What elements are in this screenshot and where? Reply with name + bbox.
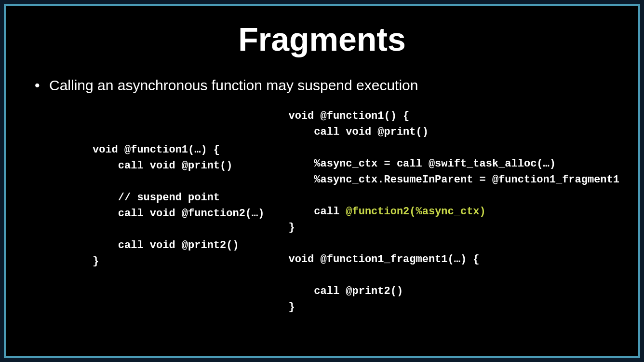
code-line: %async_ctx.ResumeInParent = @function1_f…: [288, 174, 619, 186]
slide-frame: Fragments Calling an asynchronous functi…: [4, 4, 640, 358]
code-line: void @function1(…) {: [93, 144, 220, 156]
code-line: call: [288, 206, 346, 218]
code-line: call void @print2(): [93, 239, 239, 251]
bullet-list: Calling an asynchronous function may sus…: [25, 77, 619, 94]
bullet-item: Calling an asynchronous function may sus…: [35, 77, 619, 94]
code-line: void @function1_fragment1(…) {: [288, 253, 479, 265]
code-line: void @function1() {: [288, 110, 409, 122]
code-line: call void @function2(…): [93, 208, 264, 220]
code-line: }: [93, 255, 99, 267]
code-line: %async_ctx = call @swift_task_alloc(…): [288, 158, 556, 170]
code-line: }: [288, 222, 295, 234]
code-line-highlight: @function2(%async_ctx): [346, 206, 485, 218]
code-columns: void @function1(…) { call void @print() …: [25, 108, 619, 315]
code-line: call void @print(): [288, 126, 428, 138]
code-line: call void @print(): [93, 160, 232, 172]
code-line: // suspend point: [93, 192, 220, 204]
code-block-right: void @function1() { call void @print() %…: [288, 108, 619, 315]
slide-title: Fragments: [25, 20, 619, 58]
code-line: }: [288, 301, 295, 313]
code-block-left: void @function1(…) { call void @print() …: [93, 108, 264, 315]
code-line: call @print2(): [288, 285, 403, 297]
